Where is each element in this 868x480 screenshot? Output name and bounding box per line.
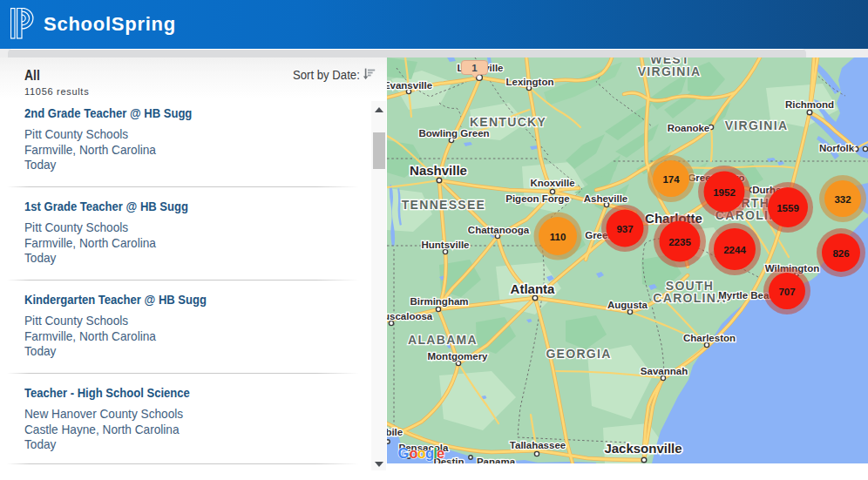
- svg-text:937: 937: [616, 224, 633, 234]
- svg-text:Montgomery: Montgomery: [428, 351, 489, 362]
- svg-text:Tallahassee: Tallahassee: [510, 440, 566, 450]
- svg-text:332: 332: [834, 194, 851, 205]
- svg-text:1559: 1559: [776, 203, 799, 213]
- svg-text:Jacksonville: Jacksonville: [604, 441, 682, 456]
- svg-text:Nashville: Nashville: [410, 163, 467, 178]
- svg-text:KENTUCKY: KENTUCKY: [470, 115, 546, 129]
- svg-text:e: e: [437, 445, 444, 461]
- svg-text:CAROLINA: CAROLINA: [653, 291, 726, 305]
- svg-text:1952: 1952: [713, 187, 736, 198]
- svg-text:110: 110: [550, 232, 566, 242]
- svg-text:Savannah: Savannah: [641, 366, 688, 376]
- svg-text:826: 826: [832, 248, 849, 259]
- svg-text:Huntsville: Huntsville: [422, 240, 470, 250]
- svg-text:Lexington: Lexington: [506, 77, 554, 87]
- svg-text:VIRGINIA: VIRGINIA: [725, 118, 789, 132]
- svg-text:VIRGINIA: VIRGINIA: [638, 64, 702, 78]
- svg-text:Bowling Green: Bowling Green: [418, 128, 489, 139]
- svg-text:Knoxville: Knoxville: [530, 178, 574, 188]
- svg-text:Tuscaloosa: Tuscaloosa: [387, 311, 433, 321]
- svg-text:ALABAMA: ALABAMA: [408, 333, 478, 347]
- svg-text:Richmond: Richmond: [785, 99, 834, 110]
- svg-text:Pigeon Forge: Pigeon Forge: [505, 193, 569, 204]
- svg-text:Mobile: Mobile: [387, 427, 403, 437]
- svg-text:Roanoke: Roanoke: [668, 123, 710, 133]
- svg-text:174: 174: [662, 174, 680, 185]
- svg-text:Panama: Panama: [477, 456, 516, 463]
- svg-text:Birmingham: Birmingham: [410, 296, 468, 307]
- svg-text:1: 1: [471, 63, 478, 73]
- svg-text:Evansville: Evansville: [387, 80, 432, 91]
- svg-text:GEORGIA: GEORGIA: [546, 347, 611, 361]
- svg-text:Augusta: Augusta: [607, 300, 648, 310]
- svg-text:Norfolk: Norfolk: [819, 143, 855, 153]
- svg-text:Asheville: Asheville: [584, 193, 628, 204]
- svg-text:707: 707: [778, 287, 795, 297]
- svg-text:Charleston: Charleston: [683, 333, 736, 343]
- svg-text:Atlanta: Atlanta: [511, 281, 555, 296]
- svg-text:Chattanooga: Chattanooga: [468, 225, 530, 235]
- svg-text:TENNESSEE: TENNESSEE: [402, 198, 486, 212]
- svg-text:2244: 2244: [723, 245, 746, 255]
- svg-text:G: G: [398, 445, 410, 461]
- svg-text:2235: 2235: [668, 237, 691, 247]
